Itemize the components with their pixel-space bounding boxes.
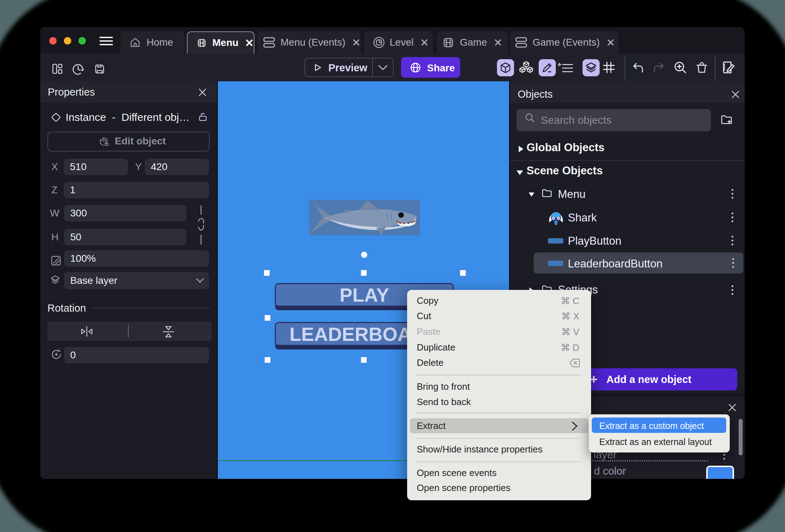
svg-text:2D: 2D bbox=[104, 142, 109, 147]
